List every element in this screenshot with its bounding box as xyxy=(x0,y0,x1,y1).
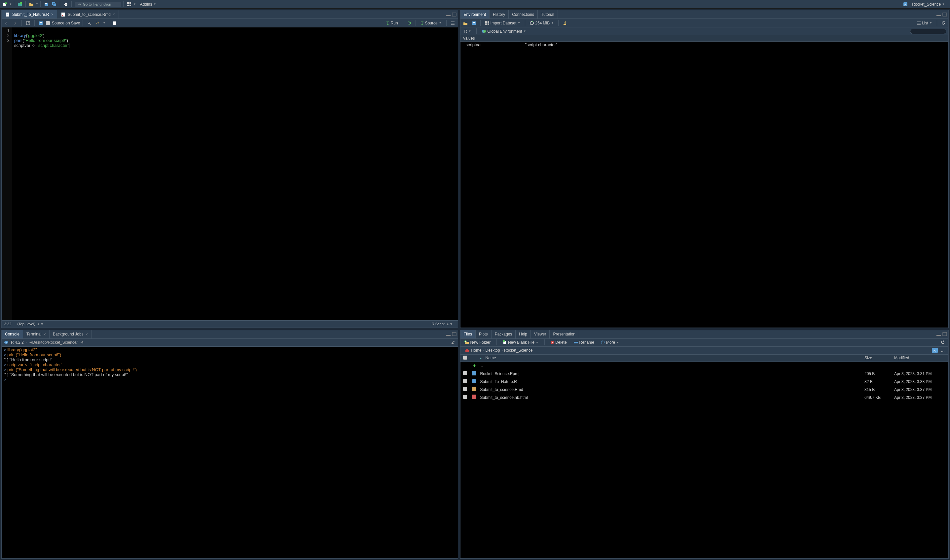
tab-presentation[interactable]: Presentation xyxy=(550,330,579,338)
project-menu[interactable]: Rocket_Science▼ xyxy=(910,2,947,7)
close-tab-icon[interactable]: × xyxy=(51,12,54,17)
save-all-icon[interactable] xyxy=(51,1,58,8)
working-directory[interactable]: ~/Desktop/Rocket_Science/ xyxy=(29,340,78,345)
parent-directory[interactable]: .. xyxy=(460,362,948,370)
env-view-mode[interactable]: List▼ xyxy=(915,20,934,26)
code-editor[interactable]: 123 library('ggplot2') print("Hello from… xyxy=(2,28,458,320)
breadcrumb-desktop[interactable]: Desktop xyxy=(486,348,500,352)
col-modified[interactable]: Modified xyxy=(892,355,948,360)
breadcrumb-home[interactable]: Home xyxy=(471,348,482,352)
refresh-env-icon[interactable] xyxy=(940,20,947,26)
new-folder-button[interactable]: New Folder xyxy=(462,340,493,345)
back-icon[interactable] xyxy=(3,20,10,26)
col-name[interactable]: ▲Name xyxy=(478,355,862,360)
new-file-icon[interactable] xyxy=(2,1,9,8)
file-name[interactable]: Rocket_Science.Rproj xyxy=(480,371,520,376)
maximize-pane-icon[interactable] xyxy=(942,12,947,17)
import-dataset-button[interactable]: Import Dataset▼ xyxy=(483,20,523,26)
minimize-pane-icon[interactable] xyxy=(936,12,941,17)
tab-submit-to-science[interactable]: Submit_to_science.Rmd × xyxy=(57,10,119,18)
tab-terminal[interactable]: Terminal× xyxy=(23,330,49,338)
code-tools-icon[interactable] xyxy=(94,20,102,26)
tab-tutorial[interactable]: Tutorial xyxy=(538,10,558,18)
file-name[interactable]: Submit_to_science.nb.html xyxy=(480,395,528,400)
panes-caret[interactable]: ▼ xyxy=(134,3,136,6)
tab-files[interactable]: Files xyxy=(460,330,476,338)
grid-icon[interactable] xyxy=(126,1,133,8)
source-on-save-checkbox[interactable] xyxy=(46,21,50,25)
scope-selector[interactable]: (Top Level) ▲▼ xyxy=(15,321,46,326)
tab-plots[interactable]: Plots xyxy=(476,330,491,338)
tab-console[interactable]: Console xyxy=(2,330,23,338)
file-name[interactable]: Submit_to_science.Rmd xyxy=(480,387,523,392)
delete-button[interactable]: Delete xyxy=(549,340,569,345)
goto-file-function[interactable]: Go to file/function xyxy=(75,2,121,7)
file-name[interactable]: Submit_To_Nature.R xyxy=(480,379,517,384)
new-project-icon[interactable] xyxy=(16,1,23,8)
home-icon[interactable] xyxy=(464,348,470,353)
save-workspace-icon[interactable] xyxy=(470,20,478,26)
tab-viewer[interactable]: Viewer xyxy=(531,330,550,338)
wd-popout-icon[interactable] xyxy=(80,340,85,345)
compile-report-icon[interactable] xyxy=(111,20,118,26)
memory-usage[interactable]: 254 MiB▼ xyxy=(528,20,556,26)
save-source-icon[interactable] xyxy=(37,20,45,26)
minimize-pane-icon[interactable] xyxy=(446,12,451,17)
tab-environment[interactable]: Environment xyxy=(460,10,490,18)
select-all-checkbox[interactable] xyxy=(463,355,467,360)
load-workspace-icon[interactable] xyxy=(462,20,469,26)
file-checkbox[interactable] xyxy=(463,371,467,375)
new-file-caret[interactable]: ▼ xyxy=(9,3,12,6)
close-tab-icon[interactable]: × xyxy=(112,12,115,17)
tab-background-jobs[interactable]: Background Jobs× xyxy=(49,330,91,338)
clear-console-icon[interactable] xyxy=(451,340,456,345)
rerun-icon[interactable] xyxy=(406,20,413,26)
env-search[interactable] xyxy=(910,29,946,34)
console-output[interactable]: > library('ggplot2')> print("Hello from … xyxy=(2,347,458,558)
more-button[interactable]: More▼ xyxy=(599,340,621,345)
env-search-input[interactable] xyxy=(910,29,946,34)
source-button[interactable]: Source ▼ xyxy=(419,20,443,26)
run-button[interactable]: Run xyxy=(384,20,400,26)
save-icon[interactable] xyxy=(43,1,50,8)
col-size[interactable]: Size xyxy=(862,355,892,360)
env-variable-row[interactable]: scriptvar"script character" xyxy=(460,42,948,48)
file-row[interactable]: Submit_to_science.nb.html649.7 KBApr 3, … xyxy=(460,394,948,402)
tab-packages[interactable]: Packages xyxy=(491,330,516,338)
maximize-pane-icon[interactable] xyxy=(452,332,456,336)
refresh-files-icon[interactable] xyxy=(939,339,946,346)
forward-icon[interactable] xyxy=(12,20,19,26)
file-checkbox[interactable] xyxy=(463,395,467,399)
file-checkbox[interactable] xyxy=(463,387,467,391)
show-in-new-window-icon[interactable] xyxy=(25,20,32,26)
maximize-pane-icon[interactable] xyxy=(942,332,947,336)
open-recent-caret[interactable]: ▼ xyxy=(36,3,38,6)
rename-button[interactable]: Rename xyxy=(571,340,596,345)
filetype-selector[interactable]: R Script ▲▼ xyxy=(430,321,455,326)
tab-connections[interactable]: Connections xyxy=(509,10,538,18)
open-file-icon[interactable] xyxy=(28,1,35,8)
outline-icon[interactable] xyxy=(449,20,456,26)
tab-help[interactable]: Help xyxy=(516,330,531,338)
scope-selector[interactable]: Global Environment▼ xyxy=(480,28,528,34)
addins-menu[interactable]: Addins▼ xyxy=(137,1,160,8)
file-row[interactable]: Submit_to_science.Rmd315 BApr 3, 2023, 3… xyxy=(460,386,948,394)
close-tab-icon[interactable]: × xyxy=(43,332,46,337)
language-selector[interactable]: R▼ xyxy=(462,28,473,34)
file-row[interactable]: Submit_To_Nature.R82 BApr 3, 2023, 3:38 … xyxy=(460,378,948,386)
close-tab-icon[interactable]: × xyxy=(86,332,88,337)
print-icon[interactable] xyxy=(62,1,69,8)
goto-project-dir-icon[interactable]: R xyxy=(932,348,938,353)
clear-objects-icon[interactable] xyxy=(561,20,568,26)
find-icon[interactable] xyxy=(86,20,93,26)
more-path-icon[interactable]: … xyxy=(939,347,946,354)
file-checkbox[interactable] xyxy=(463,379,467,383)
tab-history[interactable]: History xyxy=(490,10,509,18)
new-blank-file-button[interactable]: New Blank File▼ xyxy=(501,340,540,345)
minimize-pane-icon[interactable] xyxy=(446,332,451,336)
minimize-pane-icon[interactable] xyxy=(936,332,941,336)
file-row[interactable]: Rocket_Science.Rproj205 BApr 3, 2023, 3:… xyxy=(460,370,948,378)
maximize-pane-icon[interactable] xyxy=(452,12,456,17)
breadcrumb-project[interactable]: Rocket_Science xyxy=(504,348,533,352)
tab-submit-to-nature[interactable]: R Submit_To_Nature.R × xyxy=(2,10,57,18)
